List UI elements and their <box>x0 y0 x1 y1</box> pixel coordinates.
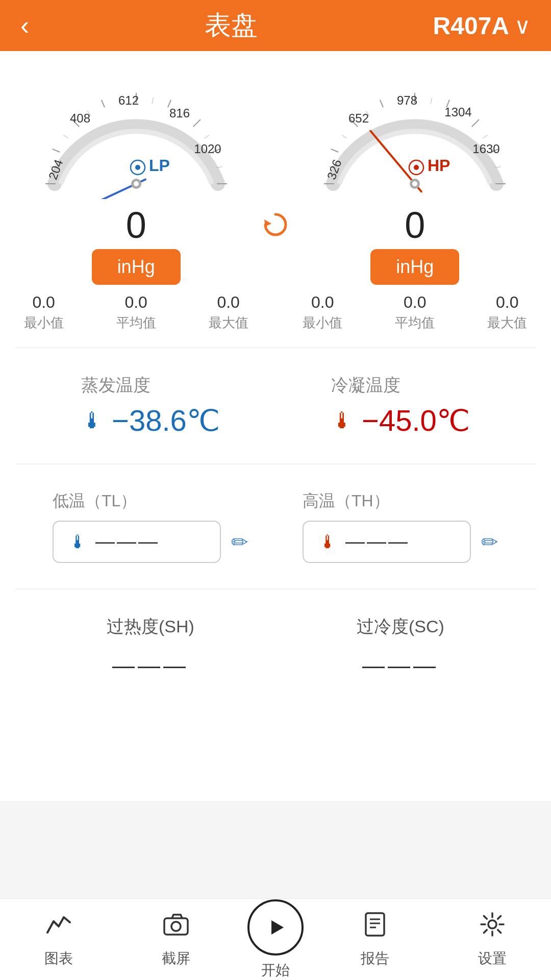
tl-thermometer-icon: 🌡 <box>69 531 87 553</box>
nav-report-label: 报告 <box>361 949 389 968</box>
camera-icon <box>163 911 189 944</box>
model-label: R407A <box>433 12 509 40</box>
lp-avg-label: 平均值 <box>116 314 156 332</box>
svg-line-3 <box>102 100 105 108</box>
svg-line-13 <box>152 97 153 104</box>
header: ‹ 表盘 R407A ∨ <box>0 0 551 51</box>
svg-rect-62 <box>366 913 384 936</box>
bottom-nav: 图表 截屏 开始 报告 <box>0 898 551 980</box>
th-edit-button[interactable]: ✏ <box>481 530 498 554</box>
th-thermometer-icon: 🌡 <box>319 531 337 553</box>
svg-point-24 <box>135 165 140 170</box>
svg-text:816: 816 <box>169 106 190 120</box>
lp-value: 0 <box>126 204 146 246</box>
tl-value: ——— <box>95 531 160 553</box>
nav-screenshot[interactable]: 截屏 <box>130 911 222 968</box>
svg-point-66 <box>488 920 496 928</box>
svg-text:LP: LP <box>149 156 170 175</box>
tl-th-section: 低温（TL） 🌡 ——— ✏ 高温（TH） 🌡 ——— ✏ <box>15 475 536 578</box>
cond-label: 冷凝温度 <box>331 374 400 397</box>
lp-min: 0.0 最小值 <box>24 293 64 332</box>
nav-screenshot-label: 截屏 <box>162 949 190 968</box>
hp-gauge: 326 652 978 1304 1630 HP <box>297 77 532 332</box>
lp-min-value: 0.0 <box>32 293 55 312</box>
th-input-box: 🌡 ——— <box>303 521 471 563</box>
svg-line-31 <box>331 149 339 152</box>
lp-avg: 0.0 平均值 <box>116 293 156 332</box>
svg-line-43 <box>431 97 432 104</box>
svg-text:1020: 1020 <box>194 142 221 156</box>
hp-avg: 0.0 平均值 <box>395 293 435 332</box>
lp-max-label: 最大值 <box>209 314 248 332</box>
lp-gauge: 204 408 612 816 1020 LP <box>19 77 254 332</box>
main-content: 204 408 612 816 1020 LP <box>0 51 551 801</box>
back-button[interactable]: ‹ <box>20 10 29 41</box>
sh-label: 过热度(SH) <box>107 615 194 639</box>
svg-line-1 <box>52 149 60 152</box>
cond-value: −45.0℃ <box>362 403 470 438</box>
hp-avg-label: 平均值 <box>395 314 435 332</box>
tl-edit-button[interactable]: ✏ <box>231 530 248 554</box>
svg-marker-61 <box>271 920 284 935</box>
gauges-row: 204 408 612 816 1020 LP <box>15 66 536 337</box>
hp-unit-button[interactable]: inHg <box>370 249 459 285</box>
tl-row: 🌡 ——— ✏ <box>53 521 248 563</box>
lp-stats: 0.0 最小值 0.0 平均值 0.0 最大值 <box>19 293 254 332</box>
nav-report[interactable]: 报告 <box>329 911 421 968</box>
sc-label: 过冷度(SC) <box>357 615 444 639</box>
lp-min-label: 最小值 <box>24 314 64 332</box>
evap-value: −38.6℃ <box>112 403 220 438</box>
th-row: 🌡 ——— ✏ <box>303 521 498 563</box>
svg-point-54 <box>414 165 419 170</box>
svg-text:1630: 1630 <box>473 142 500 156</box>
svg-text:978: 978 <box>397 93 417 107</box>
tl-item: 低温（TL） 🌡 ——— ✏ <box>53 490 248 563</box>
cond-thermometer-icon: 🌡 <box>331 408 354 433</box>
hp-avg-value: 0.0 <box>404 293 426 312</box>
sc-item: 过冷度(SC) ——— <box>309 615 492 678</box>
svg-line-36 <box>472 119 479 127</box>
hp-stats: 0.0 最小值 0.0 平均值 0.0 最大值 <box>297 293 532 332</box>
th-item: 高温（TH） 🌡 ——— ✏ <box>303 490 498 563</box>
cond-temp-item: 冷凝温度 🌡 −45.0℃ <box>331 374 470 438</box>
nav-start[interactable]: 开始 <box>247 899 304 980</box>
hp-min: 0.0 最小值 <box>303 293 342 332</box>
lp-unit-button[interactable]: inHg <box>92 249 181 285</box>
svg-line-55 <box>371 131 415 184</box>
chart-icon <box>45 911 72 944</box>
refresh-button[interactable] <box>260 77 291 240</box>
hp-max-value: 0.0 <box>496 293 518 312</box>
svg-rect-59 <box>164 918 188 935</box>
tl-input-box: 🌡 ——— <box>53 521 221 563</box>
nav-chart[interactable]: 图表 <box>13 911 105 968</box>
svg-line-15 <box>204 135 209 138</box>
svg-line-25 <box>73 184 136 199</box>
svg-line-45 <box>483 135 488 138</box>
svg-text:408: 408 <box>70 111 90 125</box>
model-selector[interactable]: R407A ∨ <box>433 12 531 40</box>
lp-max-value: 0.0 <box>217 293 239 312</box>
cond-value-row: 🌡 −45.0℃ <box>331 403 470 438</box>
svg-line-6 <box>193 119 200 127</box>
nav-settings[interactable]: 设置 <box>446 911 538 968</box>
nav-settings-label: 设置 <box>478 949 507 968</box>
gear-icon <box>479 911 506 944</box>
chevron-down-icon: ∨ <box>514 13 531 39</box>
svg-text:HP: HP <box>428 156 450 175</box>
svg-text:1304: 1304 <box>445 105 472 119</box>
hp-min-value: 0.0 <box>311 293 334 312</box>
nav-start-label: 开始 <box>261 961 290 980</box>
start-button-circle[interactable] <box>247 899 304 955</box>
th-value: ——— <box>345 531 410 553</box>
lp-max: 0.0 最大值 <box>209 293 248 332</box>
svg-line-40 <box>342 135 347 138</box>
svg-point-28 <box>134 181 139 186</box>
hp-gauge-face: 326 652 978 1304 1630 HP <box>318 77 512 199</box>
svg-point-58 <box>412 181 417 186</box>
lp-gauge-face: 204 408 612 816 1020 LP <box>39 77 233 199</box>
hp-value: 0 <box>405 204 425 246</box>
lp-avg-value: 0.0 <box>124 293 147 312</box>
hp-max-label: 最大值 <box>487 314 527 332</box>
evap-label: 蒸发温度 <box>81 374 151 397</box>
tl-label: 低温（TL） <box>53 490 137 512</box>
